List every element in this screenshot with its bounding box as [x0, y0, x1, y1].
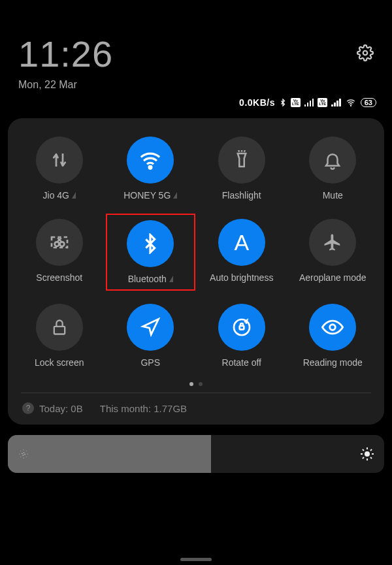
tile-rotate-off[interactable]: Rotate off: [197, 299, 287, 373]
gps-icon: [140, 317, 160, 337]
tile-auto-brightness[interactable]: A Auto brightness: [197, 214, 287, 291]
page-dot-1: [189, 382, 193, 386]
expand-icon: [169, 276, 173, 282]
tiles-grid: Jio 4G HONEY 5G Flashlight Mute Screensh…: [14, 131, 378, 373]
brightness-low-icon: [17, 447, 30, 460]
usage-today: Today: 0B: [39, 403, 83, 414]
rotate-lock-icon: [231, 317, 252, 338]
tile-label: Jio 4G: [43, 190, 69, 201]
tile-bluetooth[interactable]: Bluetooth: [106, 214, 196, 291]
tile-label: Screenshot: [36, 272, 82, 283]
auto-brightness-icon: A: [234, 230, 249, 255]
page-indicator: [14, 382, 378, 386]
bell-icon: [323, 150, 342, 170]
tile-label: Bluetooth: [128, 274, 167, 284]
tile-flashlight[interactable]: Flashlight: [197, 131, 287, 206]
signal-icon-1: [304, 99, 314, 106]
tile-lock-screen[interactable]: Lock screen: [14, 299, 105, 373]
airplane-icon: [323, 233, 342, 252]
brightness-high-icon: [359, 446, 375, 462]
divider: [21, 393, 371, 393]
network-speed: 0.0KB/s: [239, 97, 275, 108]
tile-label: Flashlight: [222, 190, 261, 201]
signal-icon-2: [331, 99, 341, 106]
tile-mute[interactable]: Mute: [288, 131, 378, 206]
svg-point-9: [22, 453, 25, 455]
tile-mobile-data[interactable]: Jio 4G: [14, 131, 105, 206]
svg-point-8: [330, 325, 336, 331]
brightness-slider[interactable]: [8, 435, 384, 473]
flashlight-icon: [232, 150, 252, 170]
battery-indicator: 63: [361, 98, 376, 107]
data-usage-row[interactable]: ? Today: 0B This month: 1.77GB: [14, 397, 378, 415]
clock-time: 11:26: [18, 33, 113, 75]
data-swap-icon: [50, 150, 69, 170]
usage-month: This month: 1.77GB: [100, 403, 187, 414]
tile-reading-mode[interactable]: Reading mode: [288, 299, 378, 373]
svg-point-0: [363, 51, 368, 56]
wifi-status-icon: [345, 98, 357, 107]
svg-point-3: [54, 242, 59, 246]
quick-settings-panel: Jio 4G HONEY 5G Flashlight Mute Screensh…: [8, 118, 384, 425]
gear-icon: [357, 44, 374, 61]
tile-label: Reading mode: [303, 357, 363, 368]
page-dot-2: [199, 382, 203, 386]
help-icon: ?: [22, 402, 34, 414]
status-bar: 0.0KB/s VoLTE VoLTE 63: [0, 97, 392, 114]
settings-button[interactable]: [357, 44, 374, 61]
screenshot-icon: [49, 232, 70, 253]
expand-icon: [72, 192, 76, 199]
tile-aeroplane-mode[interactable]: Aeroplane mode: [288, 214, 378, 291]
date-label: Mon, 22 Mar: [18, 79, 113, 91]
svg-rect-5: [54, 327, 65, 334]
wifi-icon: [139, 149, 161, 171]
bluetooth-status-icon: [279, 97, 287, 108]
eye-icon: [321, 316, 344, 338]
lock-icon: [50, 318, 69, 336]
tile-label: Lock screen: [35, 357, 84, 368]
volte-icon-2: VoLTE: [318, 98, 327, 107]
tile-label: GPS: [140, 357, 160, 368]
tile-gps[interactable]: GPS: [106, 299, 196, 373]
svg-point-1: [350, 105, 351, 106]
tile-label: HONEY 5G: [123, 190, 171, 201]
tile-screenshot[interactable]: Screenshot: [14, 214, 105, 291]
tile-label: Auto brightness: [210, 272, 273, 283]
svg-rect-7: [239, 326, 244, 329]
tile-label: Mute: [323, 190, 343, 201]
brightness-fill: [8, 435, 211, 473]
svg-point-10: [365, 451, 370, 457]
volte-icon-1: VoLTE: [291, 98, 301, 107]
home-handle[interactable]: [180, 558, 212, 561]
tile-wifi[interactable]: HONEY 5G: [106, 131, 196, 206]
bluetooth-icon: [140, 233, 161, 254]
tile-label: Rotate off: [222, 357, 261, 368]
svg-point-2: [149, 166, 152, 169]
expand-icon: [173, 192, 177, 199]
svg-point-4: [59, 242, 64, 246]
tile-label: Aeroplane mode: [299, 272, 367, 283]
